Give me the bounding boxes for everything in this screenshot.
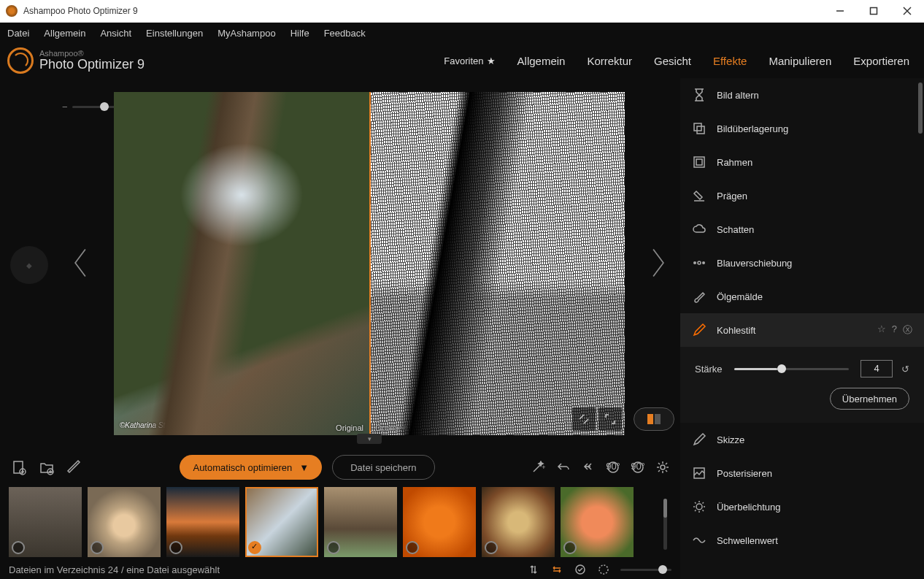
effect-threshold[interactable]: Schwellenwert	[680, 524, 924, 557]
close-icon[interactable]: ⓧ	[903, 323, 912, 337]
svg-text:90°: 90°	[606, 461, 620, 472]
effects-sidebar: Bild alternBildüberlagerungRahmenPrägenS…	[680, 78, 924, 579]
pan-control[interactable]	[10, 246, 48, 284]
thumbnail[interactable]	[88, 487, 161, 557]
effect-age[interactable]: Bild altern	[680, 78, 924, 112]
window-minimize-button[interactable]	[823, 0, 857, 23]
thumbnail-checkbox[interactable]	[169, 541, 182, 554]
action-toolbar: Automatisch optimieren▼ Datei speichern …	[0, 448, 680, 487]
auto-optimize-button[interactable]: Automatisch optimieren▼	[180, 455, 322, 480]
strength-slider[interactable]	[734, 368, 849, 370]
thumbnail-checkbox[interactable]	[327, 541, 340, 554]
compare-canvas[interactable]: ©Katharina Stieg Original Optimiert ▾	[114, 92, 625, 435]
compare-mode-toggle[interactable]	[634, 407, 674, 431]
prev-image-button[interactable]	[58, 246, 102, 280]
menu-feedback[interactable]: Feedback	[324, 28, 366, 39]
svg-point-26	[696, 504, 702, 510]
nav-manipulieren[interactable]: Manipulieren	[769, 55, 831, 67]
menu-allgemein[interactable]: Allgemein	[44, 28, 85, 39]
deselect-button[interactable]	[597, 563, 610, 576]
effect-label: Kohlestift	[717, 325, 755, 336]
favorite-icon[interactable]: ☆	[877, 323, 886, 337]
dots-icon	[692, 256, 707, 270]
filmstrip-scrollbar[interactable]	[663, 499, 667, 550]
undo-button[interactable]	[555, 459, 572, 476]
menu-ansicht[interactable]: Ansicht	[100, 28, 131, 39]
poster-icon	[692, 466, 707, 480]
app-icon	[6, 5, 18, 17]
rotate-left-button[interactable]: 90°	[604, 459, 622, 476]
reset-icon[interactable]: ↺	[901, 364, 909, 375]
overlay-icon	[692, 121, 707, 136]
apply-button[interactable]: Übernehmen	[830, 388, 909, 410]
add-folder-button[interactable]	[36, 457, 57, 478]
nav-gesicht[interactable]: Gesicht	[654, 55, 691, 67]
window-close-button[interactable]	[890, 0, 924, 23]
settings-gear-button[interactable]	[654, 459, 671, 476]
nav-allgemein[interactable]: Allgemein	[517, 55, 566, 67]
brush-tool-button[interactable]	[64, 457, 85, 478]
thumbnail-size-slider[interactable]	[620, 569, 671, 571]
star-icon: ★	[487, 55, 496, 66]
effect-shadow[interactable]: Schatten	[680, 212, 924, 246]
effect-label: Schwellenwert	[717, 535, 778, 546]
thumbnail[interactable]	[561, 487, 634, 557]
thumbnail-checkbox[interactable]	[485, 541, 498, 554]
thumbnail[interactable]	[9, 487, 82, 557]
window-maximize-button[interactable]	[857, 0, 890, 23]
effect-label: Blauverschiebung	[717, 258, 792, 269]
rotate-right-button[interactable]: 90°	[629, 459, 647, 476]
thumbnail[interactable]	[403, 487, 476, 557]
pencil-icon	[692, 323, 707, 337]
menu-myashampoo[interactable]: MyAshampoo	[217, 28, 275, 39]
nav-effekte[interactable]: Effekte	[713, 55, 747, 67]
thumbnail[interactable]	[166, 487, 239, 557]
sort-horiz-button[interactable]	[550, 563, 563, 576]
param-label: Stärke	[695, 364, 723, 375]
thumbnail[interactable]	[245, 487, 318, 557]
effect-sketch[interactable]: Skizze	[680, 423, 924, 456]
effect-emboss[interactable]: Prägen	[680, 179, 924, 212]
menu-hilfe[interactable]: Hilfe	[290, 28, 309, 39]
original-label: Original	[336, 423, 363, 432]
thumbnail-checkbox[interactable]	[248, 541, 261, 554]
strength-value[interactable]: 4	[861, 360, 893, 377]
fit-to-screen-button[interactable]	[572, 407, 596, 431]
thumbnail[interactable]	[482, 487, 555, 557]
help-icon[interactable]: ?	[892, 323, 897, 337]
effect-label: Ölgemälde	[717, 291, 763, 302]
effect-poster[interactable]: Posterisieren	[680, 456, 924, 490]
select-all-button[interactable]	[574, 563, 587, 576]
thumbnail-checkbox[interactable]	[406, 541, 419, 554]
effect-blueshift[interactable]: Blauverschiebung	[680, 246, 924, 280]
thumbnail[interactable]	[324, 487, 397, 557]
cloud-icon	[692, 222, 707, 237]
effect-label: Bild altern	[717, 90, 759, 101]
nav-favoriten[interactable]: Favoriten★	[444, 55, 495, 66]
next-image-button[interactable]	[636, 246, 680, 280]
menu-einstellungen[interactable]: Einstellungen	[146, 28, 203, 39]
sidebar-scrollbar[interactable]	[918, 83, 923, 134]
sort-vert-button[interactable]	[527, 563, 540, 576]
add-file-button[interactable]	[9, 457, 29, 478]
menu-datei[interactable]: Datei	[7, 28, 29, 39]
svg-point-15	[661, 465, 665, 469]
thumbnail-checkbox[interactable]	[91, 541, 104, 554]
filmstrip-toggle[interactable]: ▾	[357, 434, 382, 444]
compare-divider[interactable]	[369, 92, 371, 435]
magic-wand-button[interactable]: +	[530, 459, 547, 476]
fullscreen-button[interactable]	[598, 407, 622, 431]
nav-korrektur[interactable]: Korrektur	[587, 55, 632, 67]
effect-frame[interactable]: Rahmen	[680, 145, 924, 179]
effect-charcoal[interactable]: Kohlestift☆?ⓧ	[680, 313, 924, 347]
original-pane: ©Katharina Stieg Original	[114, 92, 369, 435]
thumbnail-checkbox[interactable]	[563, 541, 577, 554]
undo-all-button[interactable]	[580, 459, 597, 476]
thumbnail-checkbox[interactable]	[12, 541, 25, 554]
save-file-button[interactable]: Datei speichern	[332, 455, 434, 480]
nav-exportieren[interactable]: Exportieren	[853, 55, 909, 67]
effect-overexp[interactable]: Überbelichtung	[680, 490, 924, 524]
effect-overlay[interactable]: Bildüberlagerung	[680, 112, 924, 145]
zoom-minus-icon[interactable]: −	[62, 101, 68, 112]
effect-oil[interactable]: Ölgemälde	[680, 280, 924, 313]
